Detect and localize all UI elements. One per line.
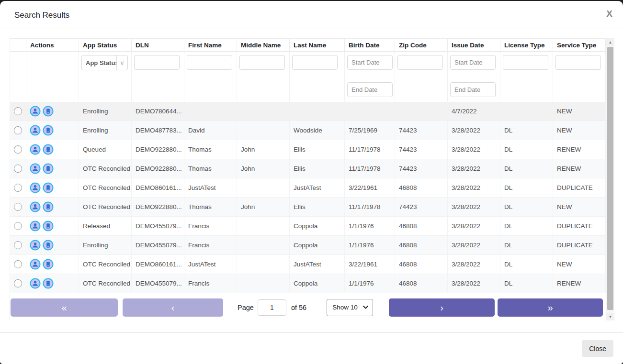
grid-filter-row: App Status ∨ [10,52,606,102]
cell-birth: 7/25/1969 [345,121,395,140]
cell-service: DUPLICATE [553,236,606,254]
card-icon[interactable] [43,144,54,155]
cell-issue: 3/28/2022 [448,198,500,216]
row-select-radio[interactable] [14,165,22,173]
license-type-filter-input[interactable] [503,55,548,70]
app-status-filter-value: App Status [82,59,116,66]
card-icon[interactable] [43,125,54,136]
cell-middle [237,255,290,274]
card-icon[interactable] [43,278,54,289]
cell-last: Ellis [290,140,345,159]
scrollbar-down-icon[interactable]: ▼ [606,313,614,320]
cell-actions [26,236,79,254]
middle-name-filter-input[interactable] [239,55,285,70]
row-select-radio[interactable] [14,241,22,249]
last-page-button[interactable]: » [498,298,603,317]
cell-middle [237,274,290,293]
page-number-input[interactable] [258,299,286,316]
search-results-modal: Search Results X ActionsApp StatusDLNFir… [0,1,623,364]
row-select-radio[interactable] [14,126,22,134]
card-icon[interactable] [43,163,54,174]
row-select-radio[interactable] [14,222,22,230]
issue-end-date-input[interactable] [450,82,496,97]
pagination-bar: « ‹ Page of 56 Show 10 › » [10,293,606,320]
cell-status: OTC Reconciled [79,159,132,178]
service-type-filter-input[interactable] [555,55,601,70]
row-select-radio[interactable] [14,107,22,115]
cell-service: DUPLICATE [553,217,606,235]
first-page-button[interactable]: « [11,298,118,317]
table-row: ReleasedDEMO455079...FrancisCoppola1/1/1… [10,217,606,236]
cell-last: Ellis [290,198,345,216]
table-row: OTC ReconciledDEMO922880...ThomasJohnEll… [10,198,606,217]
card-icon[interactable] [43,240,54,251]
row-select-radio[interactable] [14,260,22,268]
last-name-filter-input[interactable] [292,55,338,70]
cell-issue: 3/28/2022 [448,121,500,140]
cell-status: OTC Reconciled [79,274,132,293]
user-icon[interactable] [30,144,41,155]
filter-cell-app-status: App Status ∨ [79,52,132,102]
next-page-button[interactable]: › [389,298,495,317]
issue-start-date-input[interactable] [450,55,496,70]
user-icon[interactable] [30,201,41,212]
birth-start-date-input[interactable] [347,55,393,70]
row-select-radio[interactable] [14,184,22,192]
card-icon[interactable] [43,259,54,270]
cell-first: JustATest [184,178,237,197]
user-icon[interactable] [30,125,41,136]
cell-last: Coppola [290,236,345,254]
user-icon[interactable] [30,259,41,270]
scrollbar-thumb[interactable] [607,47,613,310]
filter-cell-issue-date [448,52,500,102]
cell-license: DL [500,255,553,274]
cell-first [184,102,237,121]
filter-cell-middle-name [237,52,290,102]
cell-birth: 3/22/1961 [345,178,395,197]
cell-actions [26,178,79,197]
zip-code-filter-input[interactable] [397,55,443,70]
page-size-select[interactable]: Show 10 [327,299,373,316]
vertical-scrollbar[interactable]: ▲ ▼ [606,38,614,320]
row-select-radio[interactable] [14,279,22,287]
cell-license: DL [500,140,553,159]
dln-filter-input[interactable] [134,55,180,70]
close-button[interactable]: Close [582,340,613,357]
row-select-radio[interactable] [14,203,22,211]
table-row: OTC ReconciledDEMO922880...ThomasJohnEll… [10,159,606,178]
birth-end-date-input[interactable] [347,82,393,97]
scrollbar-up-icon[interactable]: ▲ [606,38,614,46]
previous-page-button[interactable]: ‹ [123,298,223,317]
cell-radio [10,102,26,121]
cell-actions [26,140,79,159]
card-icon[interactable] [43,201,54,212]
table-row: EnrollingDEMO487783...DavidWoodside7/25/… [10,121,606,140]
table-row: QueuedDEMO922880...ThomasJohnEllis11/17/… [10,140,606,159]
cell-zip: 46808 [395,178,448,197]
cell-middle [237,102,290,121]
col-header-last-name: Last Name [290,39,345,51]
page-title: Search Results [14,11,69,20]
card-icon[interactable] [43,221,54,232]
card-icon[interactable] [43,106,54,117]
close-icon[interactable]: X [606,9,612,18]
user-icon[interactable] [30,182,41,193]
cell-service: RENEW [553,140,606,159]
user-icon[interactable] [30,221,41,232]
cell-radio [10,159,26,178]
card-icon[interactable] [43,182,54,193]
cell-radio [10,255,26,274]
last-page-icon: » [548,303,553,312]
cell-last: JustATest [290,178,345,197]
cell-dln: DEMO922880... [132,198,184,216]
user-icon[interactable] [30,163,41,174]
first-name-filter-input[interactable] [187,55,232,70]
row-select-radio[interactable] [14,145,22,154]
user-icon[interactable] [30,240,41,251]
user-icon[interactable] [30,106,41,117]
user-icon[interactable] [30,278,41,289]
app-status-filter-select[interactable]: App Status ∨ [81,55,128,70]
cell-first: JustATest [184,255,237,274]
cell-zip: 46808 [395,236,448,254]
cell-license: DL [500,159,553,178]
